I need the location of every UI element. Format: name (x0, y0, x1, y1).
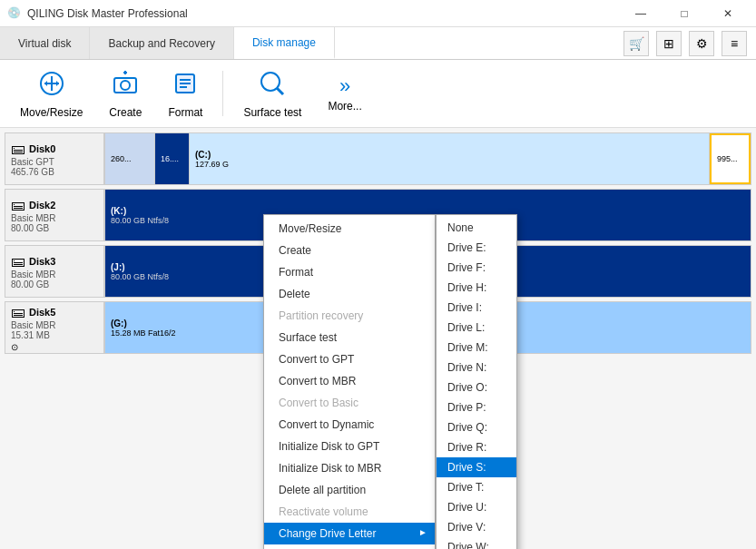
app-icon: 💿 (7, 6, 22, 21)
drive-p[interactable]: Drive P: (437, 397, 516, 417)
menu-delete-all[interactable]: Delete all partition (264, 479, 435, 501)
toolbar-divider-1 (222, 71, 223, 116)
toolbar-create-label: Create (109, 106, 142, 119)
tab-virtual-disk[interactable]: Virtual disk (0, 27, 90, 59)
menu-convert-basic: Convert to Basic (264, 392, 435, 414)
drive-h[interactable]: Drive H: (437, 278, 516, 298)
surface-test-icon (258, 69, 287, 104)
drive-u[interactable]: Drive U: (437, 497, 516, 517)
drive-w[interactable]: Drive W: (437, 537, 516, 549)
disk0-partition-0[interactable]: 260... (105, 133, 155, 184)
menu-partition-recovery: Partition recovery (264, 305, 435, 327)
tab-bar: Virtual disk Backup and Recovery Disk ma… (0, 27, 756, 60)
toolbar-format-label: Format (168, 106, 202, 119)
menu-move-resize[interactable]: Move/Resize (264, 218, 435, 240)
disk5-info: 🖴 Disk5 Basic MBR 15.31 MB ⊙ (5, 301, 104, 354)
settings-button[interactable]: ⚙ (689, 31, 714, 56)
toolbar-more[interactable]: » More... (317, 70, 372, 117)
disk2-size: 80.00 GB (11, 223, 98, 233)
disk0-partition-c[interactable]: (C:) 127.69 G (190, 133, 710, 184)
disk3-name: Disk3 (29, 256, 55, 267)
more-icon: » (339, 74, 350, 98)
minimize-button[interactable]: — (620, 0, 662, 27)
menu-format[interactable]: Format (264, 261, 435, 283)
svg-marker-3 (44, 81, 47, 86)
svg-line-14 (277, 88, 283, 94)
move-resize-icon (37, 69, 66, 104)
disk2-type: Basic MBR (11, 213, 98, 223)
menu-convert-mbr[interactable]: Convert to MBR (264, 370, 435, 392)
drive-l[interactable]: Drive L: (437, 318, 516, 338)
disk5-icon: 🖴 (11, 304, 25, 320)
tab-right-area: 🛒 ⊞ ⚙ ≡ (614, 27, 756, 59)
disk0-size: 465.76 GB (11, 167, 98, 177)
drive-q[interactable]: Drive Q: (437, 417, 516, 437)
disk0-type: Basic GPT (11, 157, 98, 167)
format-icon (171, 69, 200, 104)
drive-t[interactable]: Drive T: (437, 477, 516, 497)
drive-m[interactable]: Drive M: (437, 338, 516, 358)
disk0-info: 🖴 Disk0 Basic GPT 465.76 GB (5, 132, 104, 185)
toolbar-surface-test[interactable]: Surface test (232, 64, 312, 123)
window-controls: — □ ✕ (620, 0, 749, 27)
disk-row-disk0: 🖴 Disk0 Basic GPT 465.76 GB 260... 16...… (5, 132, 751, 185)
disk5-name: Disk5 (29, 307, 55, 318)
cart-button[interactable]: 🛒 (623, 31, 649, 56)
disk0-partition-last[interactable]: 995... (710, 133, 751, 184)
svg-marker-4 (56, 81, 59, 86)
tab-disk-manage[interactable]: Disk manage (234, 27, 335, 59)
disk0-partition-1[interactable]: 16.... (155, 133, 190, 184)
title-bar: 💿 QILING Disk Master Professional — □ ✕ (0, 0, 756, 27)
toolbar: Move/Resize Create Format (0, 60, 756, 128)
maximize-button[interactable]: □ (663, 0, 705, 27)
disk0-name: Disk0 (29, 143, 55, 154)
grid-button[interactable]: ⊞ (656, 31, 682, 56)
menu-convert-gpt[interactable]: Convert to GPT (264, 348, 435, 370)
menu-delete[interactable]: Delete (264, 283, 435, 305)
app-title: QILING Disk Master Professional (27, 7, 620, 20)
disk0-partitions: 260... 16.... (C:) 127.69 G 995... (104, 132, 751, 185)
toolbar-more-label: More... (328, 100, 361, 113)
menu-initialize-mbr[interactable]: Initialize Disk to MBR (264, 457, 435, 479)
drive-n[interactable]: Drive N: (437, 358, 516, 377)
disk3-type: Basic MBR (11, 270, 98, 279)
disk2-name: Disk2 (29, 200, 55, 211)
toolbar-surface-test-label: Surface test (243, 106, 301, 119)
disk3-icon: 🖴 (11, 253, 25, 270)
toolbar-move-resize[interactable]: Move/Resize (9, 64, 93, 123)
drive-o[interactable]: Drive O: (437, 377, 516, 397)
close-button[interactable]: ✕ (707, 0, 749, 27)
toolbar-move-resize-label: Move/Resize (20, 106, 83, 119)
disk5-size: 15.31 MB (11, 330, 98, 340)
menu-surface-test[interactable]: Surface test (264, 327, 435, 348)
drive-i[interactable]: Drive I: (437, 298, 516, 318)
menu-create[interactable]: Create (264, 240, 435, 261)
drive-f[interactable]: Drive F: (437, 258, 516, 278)
context-menu: Move/Resize Create Format Delete Partiti… (263, 214, 436, 549)
menu-button[interactable]: ≡ (722, 31, 747, 56)
svg-point-6 (121, 81, 130, 90)
drive-r[interactable]: Drive R: (437, 437, 516, 457)
disk3-size: 80.00 GB (11, 279, 98, 289)
disk0-icon: 🖴 (11, 141, 25, 157)
menu-reactivate: Reactivate volume (264, 501, 435, 523)
tab-backup-recovery[interactable]: Backup and Recovery (90, 27, 233, 59)
disk2-icon: 🖴 (11, 197, 25, 213)
toolbar-format[interactable]: Format (157, 64, 213, 123)
menu-initialize-gpt[interactable]: Initialize Disk to GPT (264, 436, 435, 457)
toolbar-create[interactable]: Create (98, 64, 152, 123)
disk2-info: 🖴 Disk2 Basic MBR 80.00 GB (5, 189, 104, 241)
disk5-type: Basic MBR (11, 320, 98, 330)
create-icon (111, 69, 140, 104)
drive-submenu: None Drive E: Drive F: Drive H: Drive I:… (436, 214, 517, 549)
menu-change-drive-letter[interactable]: Change Drive Letter (264, 523, 435, 544)
drive-v[interactable]: Drive V: (437, 517, 516, 537)
drive-s[interactable]: Drive S: (437, 457, 516, 477)
menu-convert-dynamic[interactable]: Convert to Dynamic (264, 414, 435, 436)
drive-e[interactable]: Drive E: (437, 238, 516, 258)
menu-hide-partition[interactable]: Hide partition (264, 544, 435, 549)
main-area: 🖴 Disk0 Basic GPT 465.76 GB 260... 16...… (0, 128, 756, 549)
disk3-info: 🖴 Disk3 Basic MBR 80.00 GB (5, 245, 104, 298)
drive-none[interactable]: None (437, 218, 516, 238)
